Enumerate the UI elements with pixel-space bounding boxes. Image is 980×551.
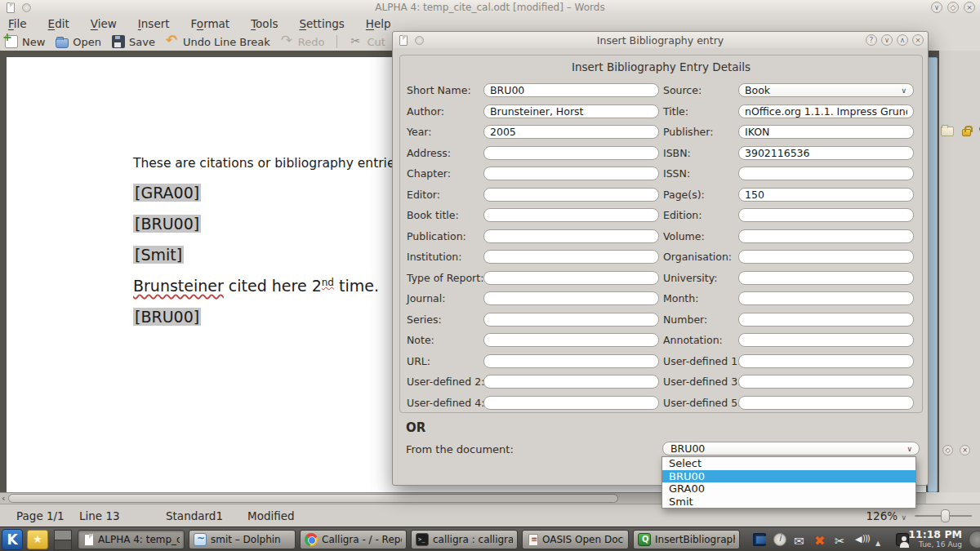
dialog-unshade-button[interactable]: ∧ [897, 34, 908, 46]
chapter-input[interactable] [483, 167, 659, 180]
volume-input[interactable] [738, 229, 914, 243]
dropdown-item-select[interactable]: Select [662, 457, 915, 470]
url-label: URL: [407, 355, 483, 367]
publisher-input[interactable] [738, 125, 914, 139]
user-defined-5-input[interactable] [738, 396, 914, 410]
panel-cashew-icon[interactable] [969, 531, 980, 549]
task-calligra-calligrawords[interactable]: calligra : calligrawords [411, 530, 518, 549]
author-input[interactable] [483, 104, 659, 118]
task-label: Calligra - / - Repositor [322, 534, 402, 545]
page-s-input[interactable] [738, 188, 914, 202]
vertical-scrollbar[interactable] [928, 57, 938, 492]
taskbar-clock[interactable]: 11:18 PM Tue, 16 Aug [908, 529, 962, 550]
close-button[interactable]: × [964, 2, 975, 13]
month-input[interactable] [738, 291, 914, 305]
citation-field: [GRA00] [133, 184, 405, 203]
user-defined-4-input[interactable] [483, 396, 659, 410]
undo-line-break-button[interactable]: Undo Line Break [166, 35, 270, 48]
save-icon [112, 35, 125, 48]
address-input[interactable] [483, 146, 659, 160]
task-alpha-4-temp-cite-c[interactable]: ALPHA 4: temp_cite_c [78, 530, 185, 549]
user-defined-1-input[interactable] [738, 354, 914, 368]
issn-input[interactable] [738, 167, 914, 180]
journal-row: Journal: [407, 288, 659, 309]
folder-star-icon[interactable] [27, 530, 48, 549]
docker-float-button[interactable]: ◇ [942, 445, 953, 455]
task-oasis-open-documen[interactable]: OASIS Open Documen [522, 530, 629, 549]
series-input[interactable] [483, 313, 659, 327]
desktop-icon[interactable] [753, 533, 766, 546]
mail-icon[interactable] [794, 533, 807, 546]
folder-icon[interactable] [941, 127, 954, 136]
desktop-pager[interactable] [54, 530, 72, 549]
from-document-combobox[interactable]: BRU00 ∨ [662, 442, 920, 455]
cut-icon [350, 35, 363, 48]
dialog-help-button[interactable]: ? [866, 34, 877, 46]
volume-icon[interactable] [855, 533, 868, 546]
status-style[interactable]: Standard1 [166, 509, 223, 522]
organisation-input[interactable] [738, 250, 914, 264]
info-icon[interactable] [773, 533, 786, 546]
university-input[interactable] [738, 271, 914, 285]
maximize-button[interactable]: ◇ [947, 2, 959, 13]
institution-input[interactable] [483, 250, 659, 264]
save-button[interactable]: Save [112, 35, 155, 48]
annotation-input[interactable] [738, 333, 914, 347]
scrollbar-thumb[interactable] [8, 494, 618, 503]
klipper-icon[interactable] [835, 533, 848, 546]
dropdown-item-smit[interactable]: Smit [662, 495, 915, 509]
menu-settings[interactable]: Settings [299, 17, 344, 30]
user-defined-3-input[interactable] [738, 375, 914, 389]
menu-insert[interactable]: Insert [138, 17, 170, 30]
type-of-report-input[interactable] [483, 271, 659, 285]
kde-menu-icon[interactable]: K [2, 529, 23, 550]
task-smit-dolphin[interactable]: smit – Dolphin [189, 530, 296, 549]
menu-help[interactable]: Help [366, 17, 391, 30]
source-combobox[interactable]: Book∨ [738, 83, 914, 97]
form-left-column: Short Name:Author:Year:Address:Chapter:E… [407, 80, 659, 413]
edition-label: Edition: [663, 209, 738, 221]
menu-tools[interactable]: Tools [251, 17, 278, 30]
menu-view[interactable]: View [91, 17, 117, 30]
xchat-icon[interactable] [814, 533, 827, 546]
dialog-shade-button[interactable]: ∨ [881, 34, 893, 46]
menu-file[interactable]: File [8, 17, 27, 30]
dropdown-item-gra00[interactable]: GRA00 [662, 482, 915, 495]
scroll-left-arrow-icon[interactable]: ‹ [2, 493, 5, 504]
paragraph: Brunsteiner cited here 2nd time. [133, 277, 405, 296]
isbn-input[interactable] [738, 146, 914, 160]
url-input[interactable] [483, 354, 659, 368]
zoom-level[interactable]: 126% ∨ [866, 509, 907, 522]
zoom-slider-handle[interactable] [941, 509, 950, 522]
new-button[interactable]: New [5, 35, 45, 48]
year-input[interactable] [483, 125, 659, 139]
task-insertbibliographydial[interactable]: InsertBibliographyDial [633, 530, 740, 549]
menu-format[interactable]: Format [191, 17, 230, 30]
journal-input[interactable] [483, 291, 659, 305]
menu-edit[interactable]: Edit [48, 17, 69, 30]
editor-row: Editor: [407, 184, 659, 206]
publication-input[interactable] [483, 229, 659, 243]
cut-button[interactable]: Cut [350, 35, 385, 48]
oasis-icon [528, 534, 538, 546]
note-input[interactable] [483, 333, 659, 347]
lock-icon[interactable] [962, 129, 971, 136]
docker-close-button[interactable]: × [960, 445, 970, 455]
dropdown-item-bru00[interactable]: BRU00 [662, 470, 915, 483]
task-calligra-repositor[interactable]: Calligra - / - Repositor [300, 530, 407, 549]
type-of-report-label: Type of Report: [407, 272, 483, 284]
editor-input[interactable] [483, 188, 659, 202]
user-defined-2-input[interactable] [483, 375, 659, 389]
minimize-button[interactable]: ∨ [931, 2, 942, 13]
edition-input[interactable] [738, 208, 914, 222]
number-input[interactable] [738, 313, 914, 327]
book-title-input[interactable] [483, 208, 659, 222]
tray-expand-icon[interactable] [875, 533, 889, 546]
dialog-close-button[interactable]: × [912, 34, 924, 46]
short-name-input[interactable] [483, 83, 659, 97]
user-icon[interactable] [896, 533, 909, 546]
title-input[interactable] [738, 104, 914, 118]
redo-button[interactable]: Redo [281, 35, 325, 48]
zoom-slider[interactable] [915, 515, 972, 517]
open-button[interactable]: Open [56, 36, 101, 48]
